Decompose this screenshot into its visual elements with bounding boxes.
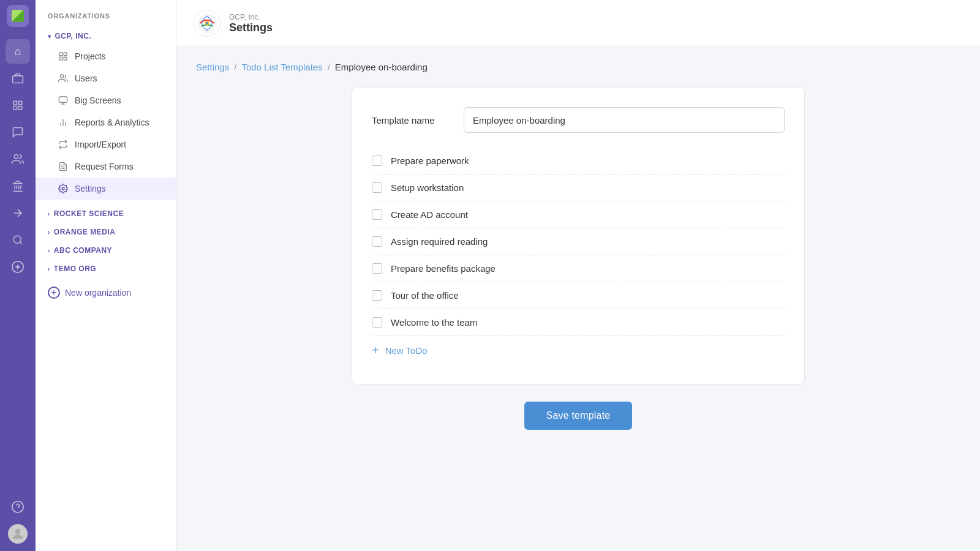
reports-icon [58, 117, 69, 128]
todo-label-4: Assign required reading [391, 236, 488, 247]
temo-org[interactable]: › TEMO ORG [36, 260, 176, 278]
svg-point-25 [60, 75, 63, 78]
todo-label-1: Prepare paperwork [391, 156, 469, 166]
breadcrumb: Settings / Todo List Templates / Employe… [196, 62, 960, 72]
svg-marker-11 [13, 181, 21, 184]
organizations-header: ORGANIZATIONS [36, 0, 176, 27]
orange-media-label: ORANGE MEDIA [54, 228, 116, 236]
rocket-chevron-icon: › [48, 211, 50, 217]
gcp-org-section: ▾ GCP, INC. Projects Users Big Screens [36, 27, 176, 204]
main-content: GCP, Inc. Settings Settings / Todo List … [176, 0, 980, 551]
abc-chevron-icon: › [48, 247, 50, 254]
page-area: Settings / Todo List Templates / Employe… [176, 47, 980, 551]
rocket-science-org[interactable]: › ROCKET SCIENCE [36, 204, 176, 223]
todo-label-3: Create AD account [391, 209, 468, 220]
big-screens-icon [58, 95, 69, 106]
breadcrumb-sep-2: / [328, 62, 330, 72]
todo-item-7: Welcome to the team [372, 309, 785, 336]
breadcrumb-todo-templates[interactable]: Todo List Templates [241, 62, 322, 72]
sidebar-item-settings[interactable]: Settings [36, 178, 176, 200]
new-org-plus-icon: + [48, 287, 60, 299]
nav-icon-bank[interactable] [6, 174, 30, 198]
svg-point-20 [15, 529, 20, 534]
app-logo [7, 5, 29, 27]
new-todo-button[interactable]: + New ToDo [372, 336, 785, 364]
sidebar-item-request-forms[interactable]: Request Forms [36, 156, 176, 178]
reports-label: Reports & Analytics [75, 118, 149, 127]
nav-icon-wand[interactable] [6, 201, 30, 225]
todo-label-7: Welcome to the team [391, 317, 477, 328]
todo-item-5: Prepare benefits package [372, 255, 785, 282]
sidebar-item-import-export[interactable]: Import/Export [36, 133, 176, 156]
request-forms-label: Request Forms [75, 162, 134, 171]
new-organization-button[interactable]: + New organization [36, 280, 176, 305]
save-template-button[interactable]: Save template [524, 402, 633, 430]
gcp-org-name[interactable]: ▾ GCP, INC. [36, 27, 176, 45]
save-area: Save template [196, 402, 960, 430]
todo-list: Prepare paperwork Setup workstation Crea… [372, 148, 785, 364]
nav-icon-search[interactable] [6, 228, 30, 252]
request-forms-icon [58, 161, 69, 172]
sidebar-item-projects[interactable]: Projects [36, 45, 176, 67]
todo-checkbox-4[interactable] [372, 236, 382, 247]
todo-checkbox-7[interactable] [372, 317, 382, 328]
logo-square [12, 10, 24, 22]
new-todo-label: New ToDo [385, 345, 428, 356]
template-name-input[interactable] [464, 107, 785, 133]
todo-item-1: Prepare paperwork [372, 148, 785, 174]
orange-chevron-icon: › [48, 229, 50, 236]
svg-point-38 [206, 22, 208, 24]
abc-company-org[interactable]: › ABC COMPANY [36, 241, 176, 260]
icon-sidebar: ⌂ [0, 0, 36, 551]
todo-checkbox-3[interactable] [372, 209, 382, 220]
todo-checkbox-5[interactable] [372, 263, 382, 274]
temo-org-label: TEMO ORG [54, 264, 96, 273]
template-name-label: Template name [372, 115, 451, 126]
orange-media-org[interactable]: › ORANGE MEDIA [36, 223, 176, 241]
svg-rect-2 [19, 101, 22, 104]
nav-icon-people[interactable] [6, 147, 30, 171]
todo-label-2: Setup workstation [391, 182, 464, 193]
page-heading: Settings [229, 21, 273, 34]
todo-checkbox-2[interactable] [372, 182, 382, 193]
nav-icon-add-circle[interactable] [6, 255, 30, 279]
settings-label: Settings [75, 184, 106, 193]
sidebar-item-big-screens[interactable]: Big Screens [36, 89, 176, 111]
sidebar-item-users[interactable]: Users [36, 67, 176, 89]
todo-checkbox-1[interactable] [372, 156, 382, 166]
org-info: GCP, Inc. Settings [229, 13, 273, 34]
todo-label-5: Prepare benefits package [391, 263, 496, 274]
todo-label-6: Tour of the office [391, 290, 459, 301]
new-todo-plus-icon: + [372, 344, 379, 356]
svg-rect-22 [64, 53, 67, 56]
todo-item-6: Tour of the office [372, 282, 785, 309]
new-org-label: New organization [65, 288, 131, 298]
todo-checkbox-6[interactable] [372, 290, 382, 301]
import-export-icon [58, 139, 69, 150]
svg-point-13 [13, 236, 21, 243]
settings-icon [58, 183, 69, 194]
user-avatar[interactable] [8, 524, 28, 544]
svg-rect-1 [13, 101, 17, 104]
breadcrumb-current: Employee on-boarding [335, 62, 428, 72]
nav-icon-briefcase[interactable] [6, 66, 30, 91]
template-card: Template name Prepare paperwork Setup wo… [352, 87, 805, 384]
sidebar-item-reports[interactable]: Reports & Analytics [36, 111, 176, 133]
breadcrumb-settings[interactable]: Settings [196, 62, 229, 72]
svg-rect-26 [59, 97, 67, 102]
users-label: Users [75, 73, 97, 83]
projects-label: Projects [75, 51, 106, 61]
help-icon[interactable] [6, 495, 30, 519]
svg-rect-4 [13, 107, 17, 110]
nav-icon-home[interactable]: ⌂ [6, 39, 30, 64]
svg-rect-23 [64, 57, 67, 60]
temo-chevron-icon: › [48, 266, 50, 272]
nav-icon-grid[interactable] [6, 93, 30, 118]
gcp-chevron-icon: ▾ [48, 33, 51, 40]
org-subtitle: GCP, Inc. [229, 13, 273, 21]
nav-icon-chat[interactable] [6, 120, 30, 144]
todo-item-3: Create AD account [372, 201, 785, 228]
todo-item-4: Assign required reading [372, 228, 785, 255]
svg-point-34 [62, 187, 64, 190]
svg-rect-24 [59, 57, 62, 60]
